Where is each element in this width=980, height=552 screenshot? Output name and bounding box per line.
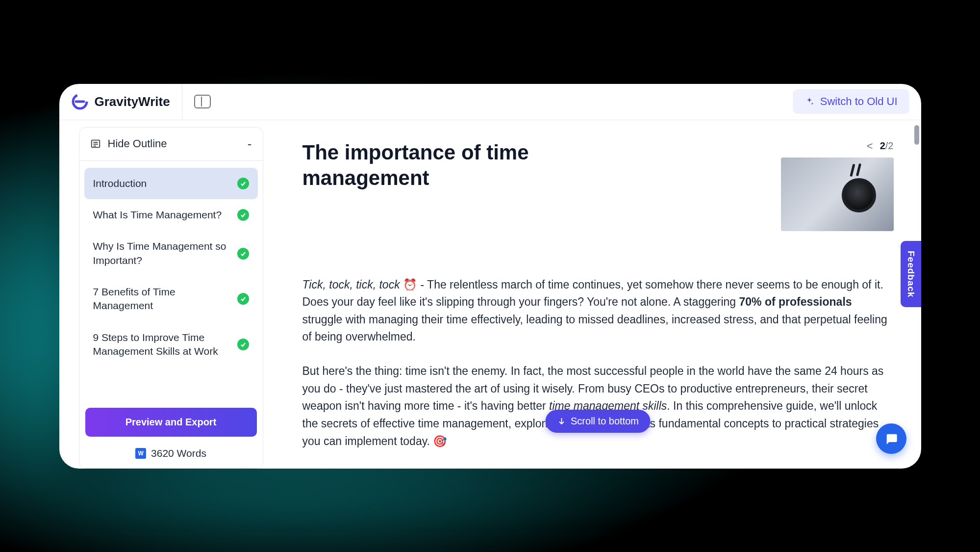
chat-fab-button[interactable] — [876, 423, 906, 454]
pager-current: 2 — [880, 140, 885, 151]
scroll-to-bottom-button[interactable]: Scroll to bottom — [545, 410, 651, 433]
pager-prev-button[interactable]: < — [867, 140, 873, 153]
feedback-tab[interactable]: Feedback — [901, 241, 921, 308]
brand[interactable]: GravityWrite — [71, 93, 170, 110]
sparkle-icon — [804, 97, 814, 106]
check-icon — [237, 178, 249, 189]
outline-panel: Hide Outline - Introduction What Is Time… — [79, 127, 263, 469]
preview-export-button[interactable]: Preview and Export — [85, 408, 257, 437]
outline-item-benefits[interactable]: 7 Benefits of Time Management — [84, 276, 258, 322]
outline-header[interactable]: Hide Outline - — [79, 128, 263, 161]
brand-logo-icon — [71, 93, 89, 110]
image-pager: < 2/2 — [867, 140, 894, 153]
brand-name: GravityWrite — [95, 94, 170, 109]
paragraph-1: Tick, tock, tick, tock ⏰ - The relentles… — [302, 276, 894, 346]
chat-icon — [884, 432, 898, 446]
word-count-value: 3620 Words — [151, 447, 206, 459]
hero-image-block: < 2/2 — [781, 140, 894, 231]
document-main: The importance of time management < 2/2 … — [275, 120, 921, 469]
page-title: The importance of time management — [302, 140, 616, 191]
outline-item-whatis[interactable]: What Is Time Management? — [84, 199, 258, 231]
sidebar: Hide Outline - Introduction What Is Time… — [59, 120, 275, 469]
layout-toggle-button[interactable] — [194, 95, 211, 108]
check-icon — [237, 339, 249, 350]
app-header: GravityWrite Switch to Old UI — [59, 84, 921, 120]
check-icon — [237, 293, 249, 305]
paragraph-2: But here's the thing: time isn't the ene… — [302, 363, 894, 450]
content-area: Hide Outline - Introduction What Is Time… — [59, 120, 921, 469]
pager-total: /2 — [885, 140, 894, 151]
arrow-down-icon — [557, 417, 566, 425]
app-window: GravityWrite Switch to Old UI — [59, 84, 921, 469]
hide-outline-label: Hide Outline — [108, 137, 167, 150]
switch-ui-button[interactable]: Switch to Old UI — [793, 89, 909, 114]
header-divider — [182, 84, 182, 120]
word-doc-icon: W — [135, 448, 146, 459]
hero-image[interactable] — [781, 158, 894, 231]
outline-item-why[interactable]: Why Is Time Management so Important? — [84, 231, 258, 276]
outline-list[interactable]: Introduction What Is Time Management? Wh… — [79, 161, 263, 403]
word-count: W 3620 Words — [79, 441, 263, 468]
outline-item-introduction[interactable]: Introduction — [84, 168, 258, 199]
check-icon — [237, 209, 249, 221]
outline-item-steps[interactable]: 9 Steps to Improve Time Management Skill… — [84, 322, 258, 368]
collapse-icon: - — [248, 136, 252, 152]
doc-header: The importance of time management < 2/2 — [302, 140, 894, 231]
outline-list-icon — [90, 138, 101, 149]
switch-ui-label: Switch to Old UI — [820, 95, 898, 108]
check-icon — [237, 248, 249, 260]
window-scrollbar-thumb[interactable] — [914, 125, 919, 145]
